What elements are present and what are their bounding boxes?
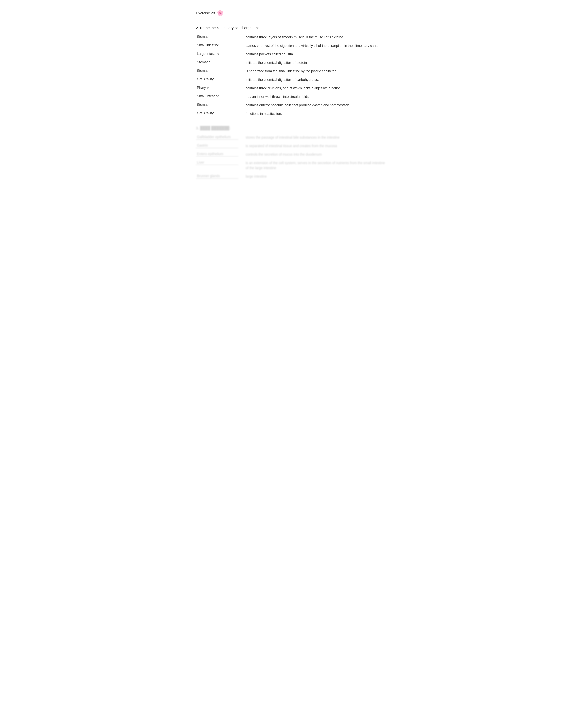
table-row: Small intestinecarries out most of the d… [196, 43, 385, 48]
table-row: Small Intestinehas an inner wall thrown … [196, 94, 385, 99]
blurred-question-cell: stores the passage of intestinal bile su… [246, 135, 385, 140]
question-cell: contains three divisions, one of which l… [246, 86, 385, 91]
table-row: Oral Cavityfunctions in mastication. [196, 111, 385, 116]
section-3: 3. ████ ███████: Gallbladder epitheliums… [196, 126, 385, 179]
question-cell: carries out most of the digestion and vi… [246, 43, 385, 48]
question-cell: functions in mastication. [246, 111, 385, 116]
table-row: Entero epitheliumcontrols the secretion … [196, 152, 385, 157]
table-row: Brunner glandslarge intestine [196, 174, 385, 179]
table-row: Gallbladder epitheliumstores the passage… [196, 135, 385, 140]
blurred-question-cell: is an extension of the cell system; serv… [246, 160, 385, 171]
flower-icon: 🌸 [217, 10, 223, 16]
section-3-title: 3. ████ ███████: [196, 126, 385, 130]
blurred-answer-cell: Gallbladder epithelium [196, 135, 238, 139]
table-row: Large intestinecontains pockets called h… [196, 52, 385, 57]
question-cell: contains three layers of smooth muscle i… [246, 35, 385, 40]
answer-cell: Stomach [196, 60, 238, 65]
exercise-title: Exercise 28 [196, 11, 215, 15]
question-2-label: 2. Name the alimentary canal organ that: [196, 26, 385, 30]
question-2-table: Stomachcontains three layers of smooth m… [196, 35, 385, 116]
blurred-answer-cell: Liver [196, 160, 238, 165]
question-cell: initiates the chemical digestion of carb… [246, 77, 385, 82]
question-cell: is separated from the small intestine by… [246, 69, 385, 74]
page-header: Exercise 28 🌸 [196, 10, 385, 16]
answer-cell: Stomach [196, 35, 238, 39]
question-cell: initiates the chemical digestion of prot… [246, 60, 385, 65]
table-row: Stomachinitiates the chemical digestion … [196, 60, 385, 65]
section-3-table: Gallbladder epitheliumstores the passage… [196, 135, 385, 179]
table-row: Stomachcontains three layers of smooth m… [196, 35, 385, 40]
answer-cell: Small intestine [196, 43, 238, 48]
table-row: Stomachis separated from the small intes… [196, 69, 385, 74]
answer-cell: Small Intestine [196, 94, 238, 99]
answer-cell: Oral Cavity [196, 77, 238, 82]
answer-cell: Oral Cavity [196, 111, 238, 116]
question-cell: contains pockets called haustra. [246, 52, 385, 57]
question-2-section: 2. Name the alimentary canal organ that:… [196, 26, 385, 116]
table-row: Gastrinis separated of intestinal tissue… [196, 144, 385, 149]
answer-cell: Large intestine [196, 52, 238, 56]
blurred-answer-cell: Gastrin [196, 144, 238, 148]
blurred-answer-cell: Entero epithelium [196, 152, 238, 157]
question-cell: has an inner wall thrown into circular f… [246, 94, 385, 99]
table-row: Liveris an extension of the cell system;… [196, 160, 385, 171]
answer-cell: Stomach [196, 103, 238, 107]
blurred-question-cell: is separated of intestinal tissue and cr… [246, 144, 385, 149]
answer-cell: Pharynx [196, 86, 238, 90]
blurred-question-cell: large intestine [246, 174, 385, 179]
answer-cell: Stomach [196, 69, 238, 73]
blurred-answer-cell: Brunner glands [196, 174, 238, 179]
table-row: Stomachcontains enteroendocrine cells th… [196, 103, 385, 108]
blurred-question-cell: controls the secretion of mucus into the… [246, 152, 385, 157]
table-row: Oral Cavityinitiates the chemical digest… [196, 77, 385, 82]
table-row: Pharynxcontains three divisions, one of … [196, 86, 385, 91]
question-cell: contains enteroendocrine cells that prod… [246, 103, 385, 108]
